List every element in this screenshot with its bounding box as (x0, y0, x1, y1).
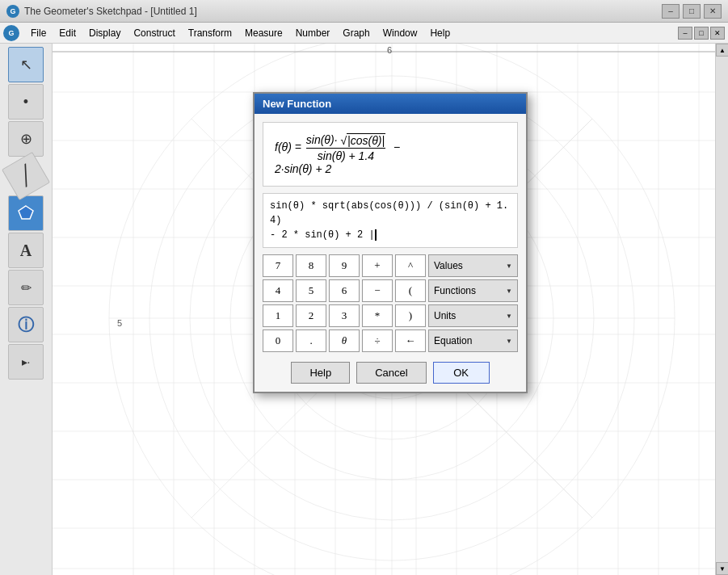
point-tool[interactable]: • (8, 84, 44, 120)
formula-display: f(θ) = sin(θ)· √ |cos(θ)| sin(θ) + 1.4 (263, 122, 518, 187)
btn-theta[interactable]: θ (329, 329, 360, 352)
btn-backspace[interactable]: ← (395, 329, 426, 352)
dropdown-equation[interactable]: Equation ▼ (428, 329, 518, 352)
btn-rparen[interactable]: ) (395, 304, 426, 327)
maximize-button[interactable]: □ (683, 4, 701, 19)
canvas-area[interactable]: .grid-line { stroke: #ddd; stroke-width:… (53, 44, 728, 575)
menu-graph[interactable]: Graph (336, 26, 376, 40)
menu-transform[interactable]: Transform (182, 26, 238, 40)
window-controls: – □ ✕ (662, 4, 722, 19)
menu-window[interactable]: Window (377, 26, 424, 40)
menu-number[interactable]: Number (289, 26, 337, 40)
main-area: ↖ • ⊕ ╱ A ✏ ⓘ ▸· .grid-line { stroke: #d… (0, 44, 728, 575)
menu-help[interactable]: Help (423, 26, 457, 40)
svg-marker-0 (19, 206, 33, 219)
marker-tool[interactable]: ✏ (8, 270, 44, 305)
equation-dropdown-arrow: ▼ (506, 338, 512, 345)
menu-edit[interactable]: Edit (53, 26, 82, 40)
btn-2[interactable]: 2 (296, 304, 326, 327)
menu-construct[interactable]: Construct (127, 26, 181, 40)
functions-dropdown-arrow: ▼ (506, 288, 512, 295)
menu-file[interactable]: File (24, 26, 53, 40)
btn-8[interactable]: 8 (296, 254, 326, 277)
toolbar: ↖ • ⊕ ╱ A ✏ ⓘ ▸· (0, 44, 53, 575)
btn-3[interactable]: 3 (329, 304, 360, 327)
expression-input[interactable]: sin(θ) * sqrt(abs(cos(θ))) / (sin(θ) + 1… (263, 193, 518, 248)
btn-lparen[interactable]: ( (395, 279, 426, 302)
dropdown-units[interactable]: Units ▼ (428, 304, 518, 327)
select-tool[interactable]: ↖ (8, 47, 44, 82)
window-title: The Geometer's Sketchpad - [Untitled 1] (24, 6, 662, 17)
scroll-up-btn[interactable]: ▲ (716, 44, 728, 57)
btn-5[interactable]: 5 (296, 279, 326, 302)
line-tool[interactable]: ╱ (2, 152, 50, 200)
btn-4[interactable]: 4 (263, 279, 293, 302)
scroll-down-btn[interactable]: ▼ (716, 562, 728, 575)
btn-multiply[interactable]: * (362, 304, 393, 327)
expr-text: sin(θ) * sqrt(abs(cos(θ))) / (sin(θ) + 1… (270, 200, 508, 241)
new-function-dialog: New Function f(θ) = sin(θ)· (253, 92, 528, 393)
inner-minimize[interactable]: – (678, 27, 692, 40)
top-axis-label: 6 (387, 45, 392, 55)
units-dropdown-arrow: ▼ (506, 313, 512, 320)
btn-7[interactable]: 7 (263, 254, 293, 277)
ok-button[interactable]: OK (433, 362, 490, 384)
menu-app-icon: G (3, 25, 19, 41)
btn-6[interactable]: 6 (329, 279, 360, 302)
scroll-track-right (716, 57, 728, 562)
formula-rendered: f(θ) = sin(θ)· √ |cos(θ)| sin(θ) + 1.4 (275, 133, 400, 176)
btn-dot[interactable]: . (296, 329, 326, 352)
left-axis-label: 5 (117, 318, 122, 328)
btn-9[interactable]: 9 (329, 254, 360, 277)
btn-plus[interactable]: + (362, 254, 393, 277)
inner-close[interactable]: ✕ (710, 27, 725, 40)
title-bar: G The Geometer's Sketchpad - [Untitled 1… (0, 0, 728, 23)
btn-1[interactable]: 1 (263, 304, 293, 327)
app-icon: G (6, 5, 19, 18)
cancel-button[interactable]: Cancel (356, 362, 426, 384)
btn-0[interactable]: 0 (263, 329, 293, 352)
dialog-body: f(θ) = sin(θ)· √ |cos(θ)| sin(θ) + 1.4 (255, 114, 526, 392)
dialog-title-bar: New Function (255, 94, 526, 114)
calc-grid: 7 8 9 + ^ Values ▼ 4 5 6 − (263, 254, 518, 352)
dialog-action-buttons: Help Cancel OK (263, 359, 518, 384)
menu-measure[interactable]: Measure (238, 26, 289, 40)
dropdown-functions[interactable]: Functions ▼ (428, 279, 518, 302)
inner-maximize[interactable]: □ (694, 27, 709, 40)
info-tool[interactable]: ⓘ (8, 307, 44, 342)
menu-display[interactable]: Display (82, 26, 127, 40)
help-button[interactable]: Help (291, 362, 350, 384)
dialog-title: New Function (263, 98, 331, 110)
close-button[interactable]: ✕ (704, 4, 722, 19)
btn-caret[interactable]: ^ (395, 254, 426, 277)
minimize-button[interactable]: – (662, 4, 680, 19)
menu-bar: G File Edit Display Construct Transform … (0, 23, 728, 44)
polygon-tool[interactable] (8, 195, 44, 231)
scrollbar-right[interactable]: ▲ ▼ (715, 44, 728, 575)
menu-controls: – □ ✕ (678, 27, 725, 40)
compass-tool[interactable]: ⊕ (8, 121, 44, 157)
btn-minus[interactable]: − (362, 279, 393, 302)
cursor: | (368, 229, 376, 241)
expand-tool[interactable]: ▸· (8, 344, 44, 380)
text-tool[interactable]: A (8, 233, 44, 268)
values-dropdown-arrow: ▼ (506, 262, 512, 270)
btn-divide[interactable]: ÷ (362, 329, 393, 352)
dropdown-values[interactable]: Values ▼ (428, 254, 518, 277)
